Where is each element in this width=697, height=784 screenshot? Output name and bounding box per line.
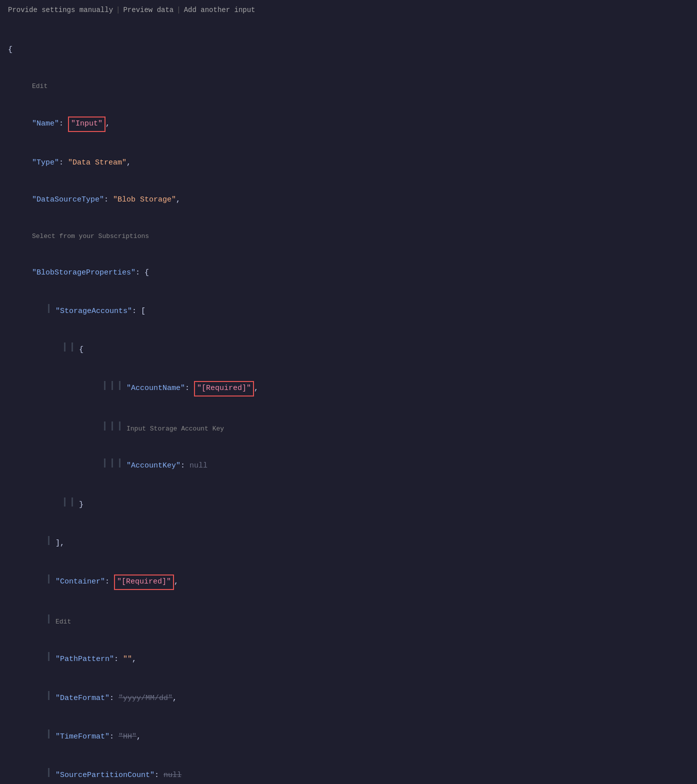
date-format-value: "yyyy/MM/dd"	[118, 692, 172, 705]
name-key: "Name"	[32, 118, 59, 130]
time-format-key: "TimeFormat"	[56, 731, 110, 744]
edit-label-1[interactable]: Edit	[32, 81, 48, 92]
name-value[interactable]: "Input"	[68, 116, 106, 132]
sep2: |	[176, 6, 180, 14]
sep1: |	[116, 6, 120, 14]
input-storage-label: Input Storage Account Key	[126, 424, 224, 434]
edit-label-2[interactable]: Edit	[56, 616, 71, 627]
preview-data-link[interactable]: Preview data	[123, 6, 174, 14]
container-key: "Container"	[56, 576, 105, 588]
code-editor: { Edit "Name" : "Input" , "Type" : "Data…	[8, 19, 689, 784]
type-key: "Type"	[32, 157, 59, 170]
date-format-key: "DateFormat"	[56, 692, 110, 705]
account-name-key: "AccountName"	[126, 382, 185, 395]
open-brace: {	[8, 44, 12, 56]
provide-settings-link[interactable]: Provide settings manually	[8, 6, 113, 14]
source-partition-value: null	[164, 770, 182, 782]
blob-storage-key: "BlobStorageProperties"	[32, 267, 136, 280]
account-name-required[interactable]: "[Required]"	[194, 381, 254, 396]
path-pattern-value: ""	[123, 654, 132, 666]
storage-accounts-key: "StorageAccounts"	[56, 306, 132, 318]
select-subscriptions-label[interactable]: Select from your Subscriptions	[32, 231, 149, 242]
path-pattern-key: "PathPattern"	[56, 654, 114, 666]
account-key-key: "AccountKey"	[126, 460, 180, 472]
datasource-type-value: "Blob Storage"	[113, 194, 176, 206]
type-value: "Data Stream"	[68, 157, 126, 170]
time-format-value: "HH"	[118, 731, 136, 744]
add-another-input-link[interactable]: Add another input	[184, 6, 256, 14]
source-partition-key: "SourcePartitionCount"	[56, 770, 154, 782]
container-required[interactable]: "[Required]"	[114, 574, 174, 590]
account-key-value: null	[190, 460, 208, 472]
top-bar: Provide settings manually | Preview data…	[8, 6, 689, 14]
datasource-type-key: "DataSourceType"	[32, 194, 104, 206]
